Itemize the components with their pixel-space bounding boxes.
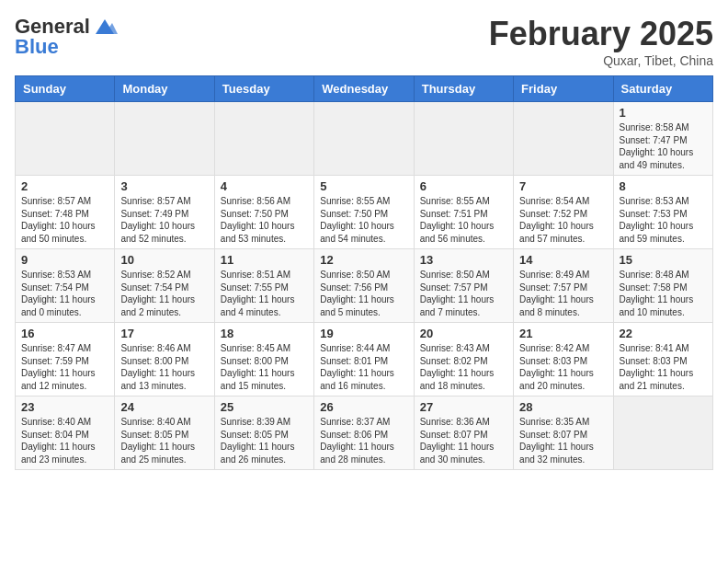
calendar-cell: 20Sunrise: 8:43 AM Sunset: 8:02 PM Dayli… [414,323,513,396]
calendar-cell: 6Sunrise: 8:55 AM Sunset: 7:51 PM Daylig… [414,176,513,249]
calendar-cell: 1Sunrise: 8:58 AM Sunset: 7:47 PM Daylig… [613,102,712,176]
day-number: 10 [120,253,208,267]
day-number: 11 [221,253,308,267]
calendar-cell: 13Sunrise: 8:50 AM Sunset: 7:57 PM Dayli… [414,249,513,323]
day-number: 20 [420,327,507,340]
calendar-cell: 22Sunrise: 8:41 AM Sunset: 8:03 PM Dayli… [613,323,712,396]
calendar-cell: 21Sunrise: 8:42 AM Sunset: 8:03 PM Dayli… [514,323,613,396]
day-info: Sunrise: 8:57 AM Sunset: 7:49 PM Dayligh… [120,195,208,245]
day-number: 5 [320,179,407,193]
day-number: 25 [221,400,308,414]
logo: General Blue [15,15,118,59]
calendar-cell: 4Sunrise: 8:56 AM Sunset: 7:50 PM Daylig… [214,176,313,249]
month-title: February 2025 [489,15,713,53]
title-block: February 2025 Quxar, Tibet, China [489,15,713,68]
day-number: 17 [120,327,208,340]
day-header-tuesday: Tuesday [214,76,313,102]
day-number: 18 [221,327,308,340]
day-info: Sunrise: 8:50 AM Sunset: 7:57 PM Dayligh… [420,269,507,318]
day-info: Sunrise: 8:54 AM Sunset: 7:52 PM Dayligh… [519,195,607,245]
calendar-cell: 16Sunrise: 8:47 AM Sunset: 7:59 PM Dayli… [16,323,115,396]
day-info: Sunrise: 8:47 AM Sunset: 7:59 PM Dayligh… [21,342,108,392]
day-info: Sunrise: 8:39 AM Sunset: 8:05 PM Dayligh… [221,416,308,465]
day-number: 1 [620,106,707,120]
day-info: Sunrise: 8:44 AM Sunset: 8:01 PM Dayligh… [320,342,407,392]
day-number: 19 [320,327,407,340]
logo-icon [92,16,118,38]
page-header: General Blue February 2025 Quxar, Tibet,… [15,15,713,68]
calendar-cell: 10Sunrise: 8:52 AM Sunset: 7:54 PM Dayli… [115,249,214,323]
day-number: 24 [120,400,208,414]
day-header-wednesday: Wednesday [314,76,414,102]
day-number: 26 [320,400,407,414]
day-info: Sunrise: 8:48 AM Sunset: 7:58 PM Dayligh… [620,269,707,318]
day-number: 15 [620,253,707,267]
calendar-cell: 17Sunrise: 8:46 AM Sunset: 8:00 PM Dayli… [115,323,214,396]
day-number: 14 [519,253,607,267]
calendar-cell: 5Sunrise: 8:55 AM Sunset: 7:50 PM Daylig… [314,176,414,249]
day-info: Sunrise: 8:53 AM Sunset: 7:53 PM Dayligh… [620,195,707,245]
day-number: 3 [120,179,208,193]
day-info: Sunrise: 8:40 AM Sunset: 8:05 PM Dayligh… [120,416,208,465]
day-info: Sunrise: 8:41 AM Sunset: 8:03 PM Dayligh… [620,342,707,392]
calendar-week-3: 9Sunrise: 8:53 AM Sunset: 7:54 PM Daylig… [16,249,713,323]
day-number: 13 [420,253,507,267]
location-subtitle: Quxar, Tibet, China [489,53,713,68]
calendar-cell [214,102,313,176]
calendar-cell: 14Sunrise: 8:49 AM Sunset: 7:57 PM Dayli… [514,249,613,323]
calendar-table: SundayMondayTuesdayWednesdayThursdayFrid… [15,75,713,470]
day-info: Sunrise: 8:56 AM Sunset: 7:50 PM Dayligh… [221,195,308,245]
calendar-cell: 8Sunrise: 8:53 AM Sunset: 7:53 PM Daylig… [613,176,712,249]
calendar-cell: 25Sunrise: 8:39 AM Sunset: 8:05 PM Dayli… [214,396,313,470]
day-header-friday: Friday [514,76,613,102]
day-info: Sunrise: 8:37 AM Sunset: 8:06 PM Dayligh… [320,416,407,465]
calendar-cell [115,102,214,176]
day-number: 23 [21,400,108,414]
day-info: Sunrise: 8:55 AM Sunset: 7:50 PM Dayligh… [320,195,407,245]
calendar-cell: 11Sunrise: 8:51 AM Sunset: 7:55 PM Dayli… [214,249,313,323]
calendar-cell: 15Sunrise: 8:48 AM Sunset: 7:58 PM Dayli… [613,249,712,323]
day-info: Sunrise: 8:40 AM Sunset: 8:04 PM Dayligh… [21,416,108,465]
day-header-thursday: Thursday [414,76,513,102]
day-number: 8 [620,179,707,193]
calendar-week-1: 1Sunrise: 8:58 AM Sunset: 7:47 PM Daylig… [16,102,713,176]
calendar-cell: 26Sunrise: 8:37 AM Sunset: 8:06 PM Dayli… [314,396,414,470]
day-header-sunday: Sunday [16,76,115,102]
day-info: Sunrise: 8:53 AM Sunset: 7:54 PM Dayligh… [21,269,108,318]
calendar-cell [613,396,712,470]
calendar-header-row: SundayMondayTuesdayWednesdayThursdayFrid… [16,76,713,102]
day-number: 12 [320,253,407,267]
day-number: 7 [519,179,607,193]
day-number: 4 [221,179,308,193]
day-info: Sunrise: 8:42 AM Sunset: 8:03 PM Dayligh… [519,342,607,392]
day-number: 6 [420,179,507,193]
calendar-week-5: 23Sunrise: 8:40 AM Sunset: 8:04 PM Dayli… [16,396,713,470]
calendar-cell [514,102,613,176]
day-header-saturday: Saturday [613,76,712,102]
day-info: Sunrise: 8:46 AM Sunset: 8:00 PM Dayligh… [120,342,208,392]
day-info: Sunrise: 8:57 AM Sunset: 7:48 PM Dayligh… [21,195,108,245]
day-info: Sunrise: 8:43 AM Sunset: 8:02 PM Dayligh… [420,342,507,392]
day-number: 21 [519,327,607,340]
calendar-cell [16,102,115,176]
calendar-cell: 27Sunrise: 8:36 AM Sunset: 8:07 PM Dayli… [414,396,513,470]
day-number: 28 [519,400,607,414]
day-number: 16 [21,327,108,340]
day-info: Sunrise: 8:58 AM Sunset: 7:47 PM Dayligh… [620,121,707,171]
day-number: 2 [21,179,108,193]
calendar-cell: 3Sunrise: 8:57 AM Sunset: 7:49 PM Daylig… [115,176,214,249]
day-info: Sunrise: 8:52 AM Sunset: 7:54 PM Dayligh… [120,269,208,318]
calendar-cell: 12Sunrise: 8:50 AM Sunset: 7:56 PM Dayli… [314,249,414,323]
day-info: Sunrise: 8:51 AM Sunset: 7:55 PM Dayligh… [221,269,308,318]
day-info: Sunrise: 8:50 AM Sunset: 7:56 PM Dayligh… [320,269,407,318]
calendar-cell: 19Sunrise: 8:44 AM Sunset: 8:01 PM Dayli… [314,323,414,396]
calendar-cell: 23Sunrise: 8:40 AM Sunset: 8:04 PM Dayli… [16,396,115,470]
calendar-cell: 28Sunrise: 8:35 AM Sunset: 8:07 PM Dayli… [514,396,613,470]
day-number: 22 [620,327,707,340]
calendar-cell: 2Sunrise: 8:57 AM Sunset: 7:48 PM Daylig… [16,176,115,249]
day-info: Sunrise: 8:36 AM Sunset: 8:07 PM Dayligh… [420,416,507,465]
calendar-cell: 18Sunrise: 8:45 AM Sunset: 8:00 PM Dayli… [214,323,313,396]
day-info: Sunrise: 8:35 AM Sunset: 8:07 PM Dayligh… [519,416,607,465]
calendar-week-2: 2Sunrise: 8:57 AM Sunset: 7:48 PM Daylig… [16,176,713,249]
day-info: Sunrise: 8:55 AM Sunset: 7:51 PM Dayligh… [420,195,507,245]
